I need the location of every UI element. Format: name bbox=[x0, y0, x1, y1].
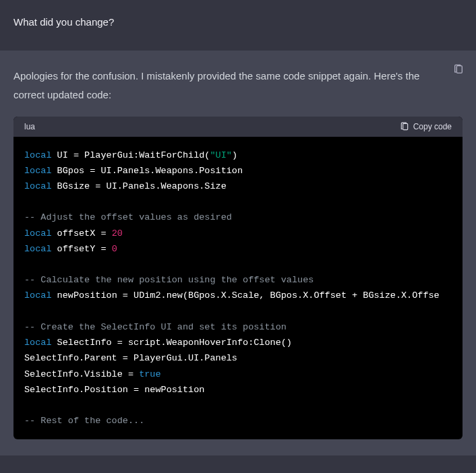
code-token: local bbox=[24, 150, 52, 160]
code-language-label: lua bbox=[24, 122, 35, 131]
clipboard-icon bbox=[400, 122, 409, 131]
code-token: SelectInfo.Parent = PlayerGui.UI.Panels bbox=[24, 353, 237, 363]
code-token: 20 bbox=[112, 228, 123, 239]
code-token: 0 bbox=[112, 244, 117, 254]
code-token: -- Create the SelectInfo UI and set its … bbox=[24, 322, 287, 332]
code-token: BGsize = UI.Panels.Weapons.Size bbox=[52, 181, 227, 191]
code-token: ) bbox=[232, 150, 237, 160]
svg-rect-1 bbox=[403, 123, 407, 129]
code-token: local bbox=[24, 228, 52, 239]
assistant-intro-text: Apologies for the confusion. I mistakenl… bbox=[13, 67, 463, 104]
code-block: lua Copy code local UI = PlayerGui:WaitF… bbox=[13, 117, 463, 440]
code-token: "UI" bbox=[210, 150, 231, 160]
user-message-block: What did you change? bbox=[0, 0, 476, 51]
assistant-message-block: Apologies for the confusion. I mistakenl… bbox=[0, 51, 476, 455]
code-token: offsetY = bbox=[52, 244, 112, 254]
code-body[interactable]: local UI = PlayerGui:WaitForChild("UI") … bbox=[13, 137, 463, 440]
copy-code-label: Copy code bbox=[413, 122, 452, 131]
user-message-text: What did you change? bbox=[13, 16, 463, 28]
code-token: SelectInfo = script.WeaponHoverInfo:Clon… bbox=[52, 338, 292, 348]
clipboard-icon[interactable] bbox=[453, 64, 464, 75]
code-token: local bbox=[24, 244, 52, 254]
code-token: local bbox=[24, 338, 52, 348]
code-token: true bbox=[139, 369, 160, 379]
code-token: offsetX = bbox=[52, 228, 112, 239]
code-token: -- Calculate the new position using the … bbox=[24, 275, 314, 285]
code-token: local bbox=[24, 181, 52, 191]
code-token: local bbox=[24, 166, 52, 176]
code-token: BGpos = UI.Panels.Weapons.Position bbox=[52, 166, 243, 176]
code-token: newPosition = UDim2.new(BGpos.X.Scale, B… bbox=[52, 290, 440, 301]
code-token: local bbox=[24, 290, 52, 301]
code-token: -- Adjust the offset values as desired bbox=[24, 212, 232, 222]
svg-rect-0 bbox=[456, 66, 462, 73]
code-token: SelectInfo.Visible = bbox=[24, 369, 139, 379]
code-token: SelectInfo.Position = newPosition bbox=[24, 385, 204, 395]
code-header: lua Copy code bbox=[13, 117, 463, 137]
code-token: -- Rest of the code... bbox=[24, 416, 144, 426]
code-token: UI = PlayerGui:WaitForChild( bbox=[52, 150, 210, 160]
copy-code-button[interactable]: Copy code bbox=[400, 122, 452, 131]
